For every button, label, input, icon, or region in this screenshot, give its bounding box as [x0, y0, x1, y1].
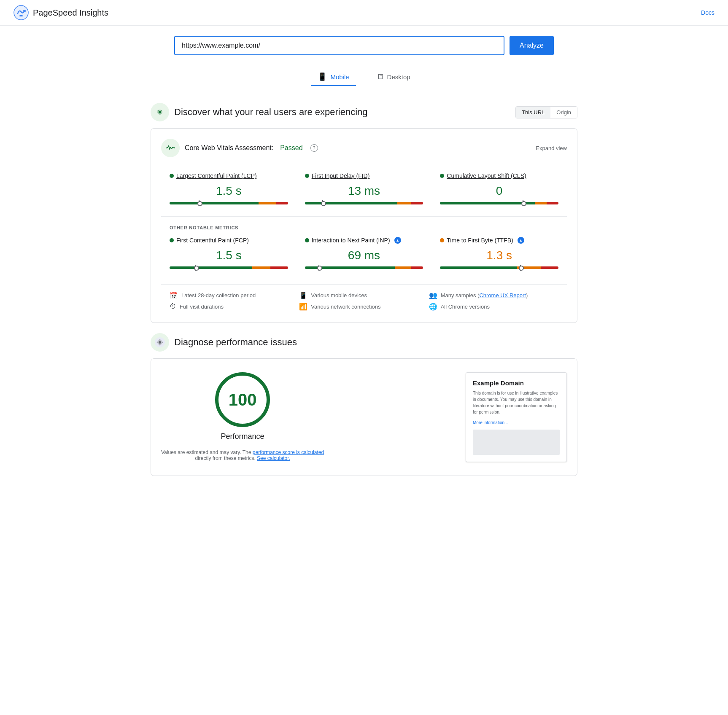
cls-link[interactable]: Cumulative Layout Shift (CLS): [447, 172, 526, 179]
diagnose-section: Diagnose performance issues 100 Performa…: [151, 333, 577, 476]
inp-link[interactable]: Interaction to Next Paint (INP): [312, 237, 390, 244]
ttfb-value: 1.3 s: [440, 249, 558, 262]
url-origin-toggle: This URL Origin: [515, 106, 577, 118]
lcp-label: Largest Contentful Paint (LCP): [170, 172, 288, 179]
ttfb-metric: Time to First Byte (TTFB) ▲ 1.3 s: [431, 230, 567, 277]
network-text: Various network connections: [311, 304, 380, 310]
footer-col-3: 👥 Many samples (Chrome UX Report) 🌐 All …: [429, 291, 558, 311]
app-title: PageSpeed Insights: [33, 8, 108, 18]
search-section: https://www.example.com/ Analyze: [0, 26, 728, 62]
lcp-bar: [170, 202, 288, 204]
svg-point-5: [159, 111, 161, 113]
calculator-link[interactable]: See calculator.: [257, 455, 290, 461]
cwv-help-icon[interactable]: ?: [310, 144, 318, 152]
score-number: 100: [229, 390, 257, 409]
discover-title: Discover what your real users are experi…: [174, 107, 368, 118]
cwv-card: Core Web Vitals Assessment: Passed ? Exp…: [151, 128, 577, 323]
tab-mobile-label: Mobile: [330, 73, 349, 81]
cwv-header: Core Web Vitals Assessment: Passed ? Exp…: [161, 139, 567, 157]
chrome-versions-text: All Chrome versions: [441, 304, 490, 310]
network-icon: 📶: [299, 303, 307, 311]
chrome-ux-link[interactable]: Chrome UX Report: [479, 292, 526, 298]
samples-icon: 👥: [429, 291, 437, 299]
screenshot-frame: Example Domain This domain is for use in…: [466, 372, 567, 462]
lcp-metric: Largest Contentful Paint (LCP) 1.5 s: [161, 166, 297, 213]
visit-duration-row: ⏱ Full visit durations: [170, 303, 299, 310]
core-metrics-grid: Largest Contentful Paint (LCP) 1.5 s Fir…: [161, 166, 567, 213]
notable-label: OTHER NOTABLE METRICS: [161, 220, 567, 230]
screenshot-container: Example Domain This domain is for use in…: [466, 372, 567, 462]
cls-metric: Cumulative Layout Shift (CLS) 0: [431, 166, 567, 213]
fcp-link[interactable]: First Contentful Paint (FCP): [176, 237, 249, 244]
tab-desktop[interactable]: 🖥 Desktop: [369, 69, 417, 86]
cwv-title-group: Core Web Vitals Assessment: Passed ?: [161, 139, 318, 157]
discover-icon: [151, 103, 169, 121]
inp-bar: [305, 266, 423, 269]
ttfb-link[interactable]: Time to First Byte (TTFB): [447, 237, 513, 244]
notable-metrics-grid: First Contentful Paint (FCP) 1.5 s Inter…: [161, 230, 567, 277]
lcp-link[interactable]: Largest Contentful Paint (LCP): [176, 172, 257, 179]
fcp-marker: [194, 265, 198, 271]
collection-period-text: Latest 28-day collection period: [181, 292, 256, 298]
docs-link[interactable]: Docs: [701, 9, 715, 16]
analyze-button[interactable]: Analyze: [510, 36, 554, 55]
mobile-devices-row: 📱 Various mobile devices: [299, 291, 429, 299]
score-container: 100 Performance Values are estimated and…: [161, 372, 567, 462]
expand-view-link[interactable]: Expand view: [536, 145, 567, 151]
fid-marker: [321, 200, 325, 206]
app-header: PageSpeed Insights Docs: [0, 0, 728, 26]
main-content: Discover what your real users are experi…: [140, 103, 588, 476]
inp-dot: [305, 238, 309, 242]
tab-mobile[interactable]: 📱 Mobile: [311, 69, 356, 86]
screenshot-text: This domain is for use in illustrative e…: [473, 390, 560, 415]
footer-col-2: 📱 Various mobile devices 📶 Various netwo…: [299, 291, 429, 311]
visit-duration-text: Full visit durations: [180, 304, 224, 310]
score-circle: 100: [215, 372, 270, 427]
cls-value: 0: [440, 184, 558, 198]
ttfb-marker: [518, 265, 523, 271]
inp-marker: [317, 265, 321, 271]
fid-metric: First Input Delay (FID) 13 ms: [297, 166, 432, 213]
metrics-separator: [161, 216, 567, 217]
fcp-label: First Contentful Paint (FCP): [170, 237, 288, 244]
header-left: PageSpeed Insights: [13, 5, 108, 20]
desktop-icon: 🖥: [376, 73, 384, 81]
score-left: 100 Performance Values are estimated and…: [161, 372, 324, 461]
svg-rect-2: [19, 15, 23, 16]
samples-row: 👥 Many samples (Chrome UX Report): [429, 291, 558, 299]
screenshot-domain: Example Domain: [473, 379, 560, 387]
inp-warning-icon: ▲: [394, 237, 401, 244]
devices-icon: 📱: [299, 291, 307, 299]
search-bar: https://www.example.com/ Analyze: [174, 36, 554, 55]
score-label: Performance: [221, 432, 264, 441]
fid-link[interactable]: First Input Delay (FID): [312, 172, 370, 179]
fid-bar: [305, 202, 423, 204]
cls-marker: [521, 200, 525, 206]
cls-label: Cumulative Layout Shift (CLS): [440, 172, 558, 179]
diagnose-icon-container: [151, 333, 169, 352]
inp-value: 69 ms: [305, 249, 423, 262]
svg-point-7: [161, 110, 162, 111]
ttfb-label: Time to First Byte (TTFB) ▲: [440, 237, 558, 244]
url-input[interactable]: https://www.example.com/: [174, 36, 504, 55]
cls-dot: [440, 174, 444, 178]
this-url-button[interactable]: This URL: [516, 107, 550, 118]
mobile-icon: 📱: [318, 72, 327, 81]
lcp-value: 1.5 s: [170, 184, 288, 198]
diagnose-title: Diagnose performance issues: [174, 337, 297, 348]
samples-text: Many samples (Chrome UX Report): [441, 292, 528, 298]
chrome-icon: 🌐: [429, 303, 437, 311]
origin-button[interactable]: Origin: [550, 107, 577, 118]
cwv-status: Passed: [280, 144, 302, 152]
cwv-footer: 📅 Latest 28-day collection period ⏱ Full…: [161, 284, 567, 312]
screenshot-link[interactable]: More information...: [473, 420, 508, 425]
lcp-marker: [197, 200, 201, 206]
fcp-dot: [170, 238, 174, 242]
network-row: 📶 Various network connections: [299, 303, 429, 311]
collection-period-row: 📅 Latest 28-day collection period: [170, 291, 299, 299]
fid-label: First Input Delay (FID): [305, 172, 423, 179]
perf-score-link[interactable]: performance score is calculated: [253, 449, 324, 455]
discover-section-header: Discover what your real users are experi…: [151, 103, 577, 121]
svg-point-15: [157, 342, 158, 343]
ttfb-dot: [440, 238, 444, 242]
